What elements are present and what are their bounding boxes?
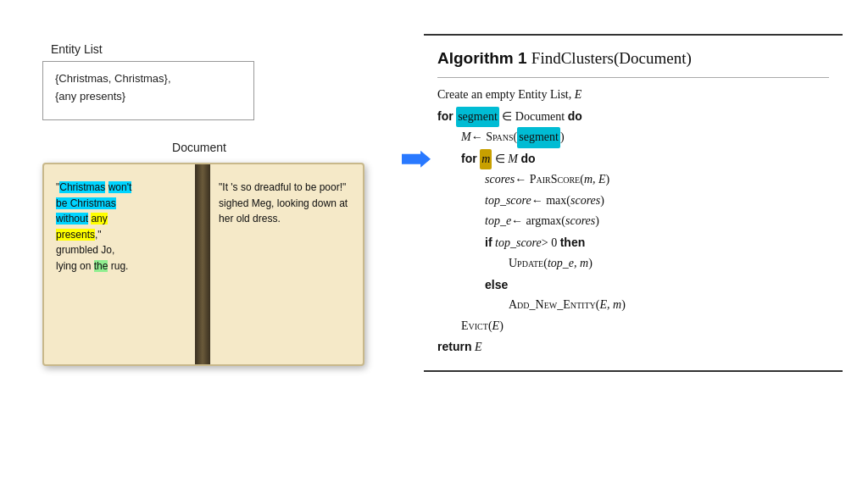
highlight-presents: presents — [56, 229, 95, 241]
algo-line-5: scores ← PairScore(m, E) — [437, 169, 829, 191]
highlight-segment-1: segment — [456, 107, 499, 128]
algorithm-box: Algorithm 1 FindClusters(Document) Creat… — [424, 34, 843, 372]
book-left-page: "Christmas won't be Christmas without an… — [44, 164, 195, 364]
right-panel: Algorithm 1 FindClusters(Document) Creat… — [407, 17, 851, 471]
algo-line-2: for segment ∈ Document do — [437, 106, 829, 128]
highlight-be-christmas: be Christmas — [56, 197, 116, 209]
highlight-christmas-1: Christmas — [59, 181, 105, 193]
algo-line-11: Add_New_Entity(E, m) — [437, 295, 829, 316]
entity-list-label: Entity List — [51, 42, 103, 56]
algo-line-7: top_e ← argmax(scores) — [437, 211, 829, 232]
book-spine — [195, 164, 210, 364]
algo-line-9: Update(top_e, m) — [437, 253, 829, 274]
highlight-any: any — [91, 213, 107, 225]
algo-line-4: for m ∈ M do — [437, 148, 829, 170]
blue-arrow-icon — [402, 151, 431, 168]
algo-line-1: Create an empty Entity List, E — [437, 85, 829, 106]
algo-line-6: top_score ← max(scores) — [437, 191, 829, 212]
algo-line-12: Evict(E) — [437, 316, 829, 337]
highlight-without: without — [56, 213, 88, 225]
algo-content: Create an empty Entity List, E for segme… — [437, 85, 829, 358]
algo-line-10: else — [437, 274, 829, 296]
algo-header: Algorithm 1 FindClusters(Document) — [437, 44, 829, 78]
highlight-segment-2: segment — [517, 127, 560, 148]
book-right-page: "It 's so dreadful to be poor!" sighed M… — [212, 164, 363, 364]
algo-line-8: if top_score > 0 then — [437, 232, 829, 254]
document-label: Document — [172, 141, 226, 154]
left-panel: Entity List {Christmas, Christmas}, {any… — [17, 17, 407, 471]
highlight-m: m — [480, 149, 492, 170]
highlight-wont: won't — [108, 181, 132, 193]
algo-title-bold: Algorithm 1 — [437, 49, 527, 67]
algo-line-3: M ← Spans(segment) — [437, 127, 829, 148]
entity-line-1: {Christmas, Christmas}, — [55, 70, 242, 88]
entity-list-box: {Christmas, Christmas}, {any presents} — [42, 61, 254, 120]
entity-line-2: {any presents} — [55, 88, 242, 106]
algo-title-name: FindClusters(Document) — [531, 49, 692, 67]
algo-line-13: return E — [437, 336, 829, 358]
book-container: "Christmas won't be Christmas without an… — [42, 163, 364, 366]
highlight-the: the — [94, 260, 108, 272]
